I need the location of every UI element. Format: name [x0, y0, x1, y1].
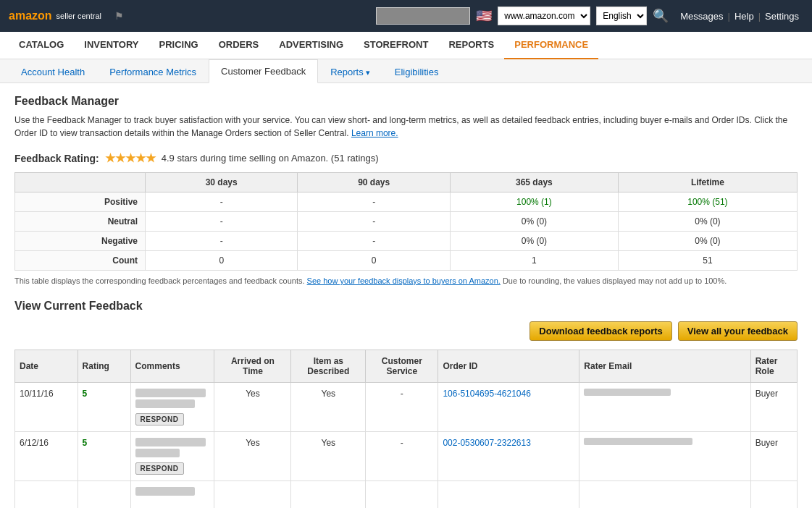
feedback-manager-title: Feedback Manager [14, 95, 798, 108]
cell-arrived-2: Yes [214, 432, 291, 481]
cell-positive-30: - [146, 192, 298, 212]
cell-orderid-2: 002-0530607-2322613 [438, 432, 579, 481]
tab-eligibilities[interactable]: Eligibilities [382, 60, 451, 83]
language-select[interactable]: English [596, 7, 647, 25]
rating-section: Feedback Rating: ★★★★★ 4.9 stars during … [14, 151, 798, 285]
settings-link[interactable]: Settings [765, 11, 799, 22]
rating-text: 4.9 stars during time selling on Amazon.… [162, 153, 379, 164]
nav-inventory[interactable]: INVENTORY [74, 32, 148, 59]
table-row [15, 481, 798, 509]
col-item-as-described: Item asDescribed [291, 350, 366, 383]
cell-role-3 [750, 481, 797, 509]
help-link[interactable]: Help [734, 11, 754, 22]
top-bar: amazon seller central ⚑ 🇺🇸 www.amazon.co… [0, 0, 812, 32]
cell-date-1: 10/11/16 [15, 383, 78, 432]
col-header-365days: 365 days [450, 173, 618, 192]
table-row: 10/11/16 5 RESPOND Yes Yes - 106-5104695… [15, 383, 798, 432]
cell-comments-3 [130, 481, 214, 509]
messages-link[interactable]: Messages [680, 11, 723, 22]
pin-icon: ⚑ [114, 10, 124, 22]
cell-positive-365: 100% (1) [450, 192, 618, 212]
tab-account-health[interactable]: Account Health [9, 60, 97, 83]
country-flag-icon: 🇺🇸 [476, 8, 492, 24]
top-links: Messages | Help | Settings [676, 11, 803, 22]
cell-email-3 [579, 481, 750, 509]
nav-orders[interactable]: ORDERS [209, 32, 269, 59]
feedback-manager-description: Use the Feedback Manager to track buyer … [14, 114, 798, 140]
table-note: This table displays the corresponding fe… [14, 276, 798, 285]
nav-storefront[interactable]: STOREFRONT [353, 32, 438, 59]
cell-service-1: - [366, 383, 438, 432]
seller-central-label: seller central [56, 12, 101, 20]
cell-negative-90: - [298, 232, 450, 251]
col-comments: Comments [130, 350, 214, 383]
comment-blur-2b [135, 449, 180, 457]
download-feedback-reports-button[interactable]: Download feedback reports [530, 321, 671, 341]
cell-positive-90: - [298, 192, 450, 212]
cell-positive-lifetime: 100% (51) [618, 192, 797, 212]
nav-performance[interactable]: PERFORMANCE [504, 32, 598, 59]
search-input[interactable] [376, 7, 470, 25]
row-label-negative: Negative [15, 232, 146, 251]
cell-count-90: 0 [298, 251, 450, 271]
cell-email-1 [579, 383, 750, 432]
tab-performance-metrics[interactable]: Performance Metrics [97, 60, 209, 83]
col-customer-service: CustomerService [366, 350, 438, 383]
tab-reports[interactable]: Reports [318, 60, 382, 83]
feedback-table-wrap: Date Rating Comments Arrived onTime Item… [14, 350, 798, 508]
logo-area: amazon seller central [9, 9, 101, 22]
learn-more-link[interactable]: Learn more. [351, 128, 398, 138]
cell-comments-2: RESPOND [130, 432, 214, 481]
search-button[interactable]: 🔍 [653, 8, 669, 24]
cell-neutral-30: - [146, 212, 298, 232]
cell-neutral-lifetime: 0% (0) [618, 212, 797, 232]
nav-advertising[interactable]: ADVERTISING [269, 32, 353, 59]
col-date: Date [15, 350, 78, 383]
row-label-count: Count [15, 251, 146, 271]
cell-neutral-90: - [298, 212, 450, 232]
url-select[interactable]: www.amazon.com [498, 7, 590, 25]
view-all-feedback-button[interactable]: View all your feedback [678, 321, 798, 341]
order-id-link-1[interactable]: 106-5104695-4621046 [443, 389, 530, 399]
email-blur-1 [584, 389, 671, 396]
cell-count-lifetime: 51 [618, 251, 797, 271]
cell-item-3 [291, 481, 366, 509]
cell-item-2: Yes [291, 432, 366, 481]
table-row: 6/12/16 5 RESPOND Yes Yes - 002-0530607-… [15, 432, 798, 481]
order-id-link-2[interactable]: 002-0530607-2322613 [443, 438, 530, 448]
comment-blur-1a [135, 389, 206, 397]
row-label-neutral: Neutral [15, 212, 146, 232]
rating-table: 30 days 90 days 365 days Lifetime Positi… [14, 172, 798, 271]
feedback-rating-label: Feedback Rating: [14, 153, 99, 164]
cell-arrived-1: Yes [214, 383, 291, 432]
col-arrived-on-time: Arrived onTime [214, 350, 291, 383]
cell-role-1: Buyer [750, 383, 797, 432]
view-feedback-title: View Current Feedback [14, 300, 798, 313]
col-rater-role: RaterRole [750, 350, 797, 383]
table-row: Neutral - - 0% (0) 0% (0) [15, 212, 798, 232]
cell-comments-1: RESPOND [130, 383, 214, 432]
col-order-id: Order ID [438, 350, 579, 383]
cell-rating-1: 5 [78, 383, 130, 432]
cell-item-1: Yes [291, 383, 366, 432]
row-label-positive: Positive [15, 192, 146, 212]
col-header-lifetime: Lifetime [618, 173, 797, 192]
respond-button-2[interactable]: RESPOND [135, 462, 184, 475]
cell-orderid-3 [438, 481, 579, 509]
tab-customer-feedback[interactable]: Customer Feedback [209, 59, 318, 83]
comment-blur-3 [135, 487, 195, 496]
cell-rating-2: 5 [78, 432, 130, 481]
col-header-90days: 90 days [298, 173, 450, 192]
cell-rating-3 [78, 481, 130, 509]
feedback-buttons: Download feedback reports View all your … [14, 321, 798, 341]
nav-pricing[interactable]: PRICING [148, 32, 208, 59]
amazon-logo: amazon [9, 9, 52, 22]
nav-reports[interactable]: REPORTS [438, 32, 504, 59]
respond-button-1[interactable]: RESPOND [135, 413, 184, 426]
table-row: Positive - - 100% (1) 100% (51) [15, 192, 798, 212]
cell-negative-lifetime: 0% (0) [618, 232, 797, 251]
cell-negative-30: - [146, 232, 298, 251]
main-nav: CATALOG INVENTORY PRICING ORDERS ADVERTI… [0, 32, 812, 59]
feedback-display-link[interactable]: See how your feedback displays to buyers… [307, 276, 501, 285]
nav-catalog[interactable]: CATALOG [9, 32, 74, 59]
